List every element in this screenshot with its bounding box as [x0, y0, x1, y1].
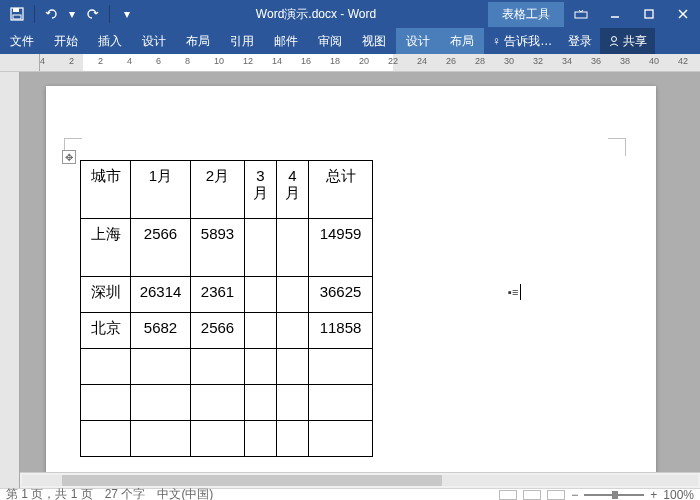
table-cell[interactable]: [309, 349, 373, 385]
ribbon-options-button[interactable]: [564, 0, 598, 28]
language-status[interactable]: 中文(中国): [157, 486, 213, 500]
table-row: [81, 385, 373, 421]
save-button[interactable]: [6, 3, 28, 25]
table-cell[interactable]: 2361: [191, 277, 245, 313]
table-cell[interactable]: 5682: [131, 313, 191, 349]
header-month4[interactable]: 4 月: [277, 161, 309, 219]
document-title: Word演示.docx - Word: [144, 6, 488, 23]
table-tools-label: 表格工具: [488, 2, 564, 27]
table-cell[interactable]: [131, 349, 191, 385]
table-cell[interactable]: [245, 385, 277, 421]
header-month3[interactable]: 3 月: [245, 161, 277, 219]
minimize-button[interactable]: [598, 0, 632, 28]
header-total[interactable]: 总计: [309, 161, 373, 219]
table-cell[interactable]: [245, 313, 277, 349]
table-row: 北京5682256611858: [81, 313, 373, 349]
header-month1[interactable]: 1月: [131, 161, 191, 219]
data-table[interactable]: 城市 1月 2月 3 月 4 月 总计 上海2566589314959深圳263…: [80, 160, 373, 457]
table-cell[interactable]: 26314: [131, 277, 191, 313]
table-cell[interactable]: [245, 277, 277, 313]
tab-mailings[interactable]: 邮件: [264, 28, 308, 55]
word-count[interactable]: 27 个字: [105, 486, 146, 500]
header-month2[interactable]: 2月: [191, 161, 245, 219]
table-cell[interactable]: [277, 385, 309, 421]
table-cell[interactable]: [309, 385, 373, 421]
svg-rect-3: [575, 12, 587, 18]
table-cell[interactable]: 2566: [131, 219, 191, 277]
tab-home[interactable]: 开始: [44, 28, 88, 55]
tab-insert[interactable]: 插入: [88, 28, 132, 55]
vertical-ruler[interactable]: [0, 72, 20, 488]
zoom-level[interactable]: 100%: [663, 488, 694, 501]
document-area[interactable]: ✥ 城市 1月 2月 3 月 4 月 总计 上海2566589314959深圳2…: [20, 72, 700, 488]
table-cell[interactable]: [277, 421, 309, 457]
window-controls: [564, 0, 700, 28]
share-button[interactable]: 共享: [600, 28, 655, 55]
table-row: 上海2566589314959: [81, 219, 373, 277]
table-cell[interactable]: [131, 421, 191, 457]
redo-button[interactable]: [81, 3, 103, 25]
table-row: 深圳26314236136625: [81, 277, 373, 313]
zoom-in-button[interactable]: +: [650, 488, 657, 501]
tab-design[interactable]: 设计: [132, 28, 176, 55]
zoom-slider[interactable]: [584, 494, 644, 496]
table-cell[interactable]: 36625: [309, 277, 373, 313]
table-cell[interactable]: [277, 277, 309, 313]
title-bar: ▾ ▾ Word演示.docx - Word 表格工具: [0, 0, 700, 28]
close-button[interactable]: [666, 0, 700, 28]
table-cell[interactable]: [81, 385, 131, 421]
ribbon-tabs: 文件 开始 插入 设计 布局 引用 邮件 审阅 视图 设计 布局 ♀ 告诉我… …: [0, 28, 700, 54]
tab-review[interactable]: 审阅: [308, 28, 352, 55]
table-cell[interactable]: 上海: [81, 219, 131, 277]
table-cell[interactable]: [191, 421, 245, 457]
table-cell[interactable]: 14959: [309, 219, 373, 277]
svg-point-8: [612, 37, 617, 42]
maximize-button[interactable]: [632, 0, 666, 28]
tab-layout[interactable]: 布局: [176, 28, 220, 55]
quick-access-toolbar: ▾ ▾: [0, 3, 144, 25]
tab-table-design[interactable]: 设计: [396, 28, 440, 55]
status-bar: 第 1 页，共 1 页 27 个字 中文(中国) − + 100%: [0, 488, 700, 500]
table-cell[interactable]: 11858: [309, 313, 373, 349]
qat-customize[interactable]: ▾: [116, 3, 138, 25]
scroll-thumb[interactable]: [62, 475, 442, 486]
table-cell[interactable]: [131, 385, 191, 421]
table-row: [81, 349, 373, 385]
table-cell[interactable]: [309, 421, 373, 457]
tab-references[interactable]: 引用: [220, 28, 264, 55]
page-count[interactable]: 第 1 页，共 1 页: [6, 486, 93, 500]
tell-me-search[interactable]: ♀ 告诉我…: [484, 28, 560, 55]
login-link[interactable]: 登录: [560, 28, 600, 55]
view-read-button[interactable]: [499, 490, 517, 500]
table-cell[interactable]: [245, 421, 277, 457]
undo-button[interactable]: [41, 3, 63, 25]
paragraph-mark-icon: ▪≡: [508, 286, 518, 298]
table-cell[interactable]: [277, 219, 309, 277]
table-cell[interactable]: [81, 349, 131, 385]
horizontal-ruler[interactable]: 4224681012141618202224262830323436384042: [0, 54, 700, 72]
tab-table-layout[interactable]: 布局: [440, 28, 484, 55]
table-cell[interactable]: 深圳: [81, 277, 131, 313]
table-cell[interactable]: [277, 313, 309, 349]
table-cell[interactable]: 2566: [191, 313, 245, 349]
view-print-button[interactable]: [523, 490, 541, 500]
tab-view[interactable]: 视图: [352, 28, 396, 55]
undo-dropdown[interactable]: ▾: [67, 3, 77, 25]
table-cell[interactable]: [191, 385, 245, 421]
table-cell[interactable]: 5893: [191, 219, 245, 277]
table-cell[interactable]: [191, 349, 245, 385]
table-move-handle[interactable]: ✥: [62, 150, 76, 164]
tab-file[interactable]: 文件: [0, 28, 44, 55]
table-cell[interactable]: [277, 349, 309, 385]
view-web-button[interactable]: [547, 490, 565, 500]
table-cell[interactable]: [81, 421, 131, 457]
svg-rect-1: [13, 8, 19, 12]
page: ✥ 城市 1月 2月 3 月 4 月 总计 上海2566589314959深圳2…: [46, 86, 656, 488]
table-cell[interactable]: [245, 219, 277, 277]
document-workspace: ✥ 城市 1月 2月 3 月 4 月 总计 上海2566589314959深圳2…: [0, 72, 700, 488]
table-cell[interactable]: 北京: [81, 313, 131, 349]
header-city[interactable]: 城市: [81, 161, 131, 219]
table-header-row: 城市 1月 2月 3 月 4 月 总计: [81, 161, 373, 219]
table-cell[interactable]: [245, 349, 277, 385]
zoom-out-button[interactable]: −: [571, 488, 578, 501]
